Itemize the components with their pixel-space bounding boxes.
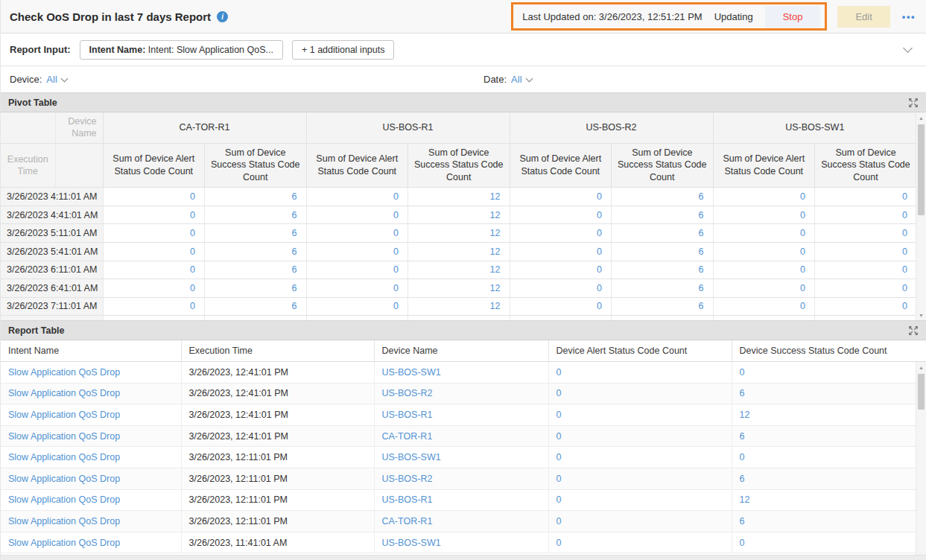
alert-count-link[interactable]: 0	[548, 511, 732, 532]
alert-count-link[interactable]: 0	[548, 362, 732, 384]
device-name-link[interactable]: US-BOS-SW1	[374, 532, 548, 553]
success-count-link[interactable]: 0	[732, 447, 926, 468]
success-count-link[interactable]: 0	[732, 362, 926, 384]
pivot-scroll-track[interactable]	[916, 123, 926, 310]
pivot-value-link[interactable]: 0	[815, 188, 917, 206]
alert-count-link[interactable]: 0	[548, 532, 732, 553]
pivot-value-link[interactable]: 0	[103, 316, 205, 320]
pivot-value-link[interactable]: 0	[103, 206, 205, 224]
alert-count-link[interactable]: 0	[548, 489, 732, 511]
pivot-value-link[interactable]: 12	[408, 316, 510, 320]
alert-count-link[interactable]: 0	[548, 383, 732, 404]
pivot-value-link[interactable]: 6	[612, 206, 714, 224]
pivot-value-link[interactable]: 0	[713, 242, 815, 261]
success-count-link[interactable]: 6	[732, 425, 926, 447]
device-name-link[interactable]: CA-TOR-R1	[374, 511, 548, 532]
device-name-link[interactable]: US-BOS-R2	[374, 468, 548, 489]
pivot-value-link[interactable]: 0	[713, 279, 815, 298]
success-count-link[interactable]: 6	[732, 383, 926, 404]
pivot-value-link[interactable]: 0	[306, 279, 408, 298]
report-scrollbar[interactable]: ▲	[916, 362, 926, 555]
pivot-value-link[interactable]: 0	[815, 224, 917, 243]
date-filter-value[interactable]: All	[511, 74, 521, 85]
pivot-value-link[interactable]: 12	[408, 261, 510, 279]
additional-inputs-chip[interactable]: + 1 additional inputs	[292, 40, 395, 60]
device-name-link[interactable]: US-BOS-SW1	[374, 362, 548, 384]
pivot-value-link[interactable]: 0	[510, 242, 612, 261]
pivot-value-link[interactable]: 0	[713, 297, 815, 316]
pivot-value-link[interactable]: 0	[510, 261, 612, 279]
pivot-value-link[interactable]: 12	[408, 242, 510, 261]
pivot-value-link[interactable]: 6	[205, 188, 307, 206]
pivot-value-link[interactable]: 0	[306, 224, 408, 243]
intent-name-chip[interactable]: Intent Name: Intent: Slow Application Qo…	[80, 40, 283, 60]
pivot-value-link[interactable]: 0	[510, 279, 612, 298]
pivot-value-link[interactable]: 0	[103, 279, 205, 298]
device-name-link[interactable]: US-BOS-R2	[374, 383, 548, 404]
intent-name-link[interactable]: Slow Application QoS Drop	[1, 425, 181, 447]
pivot-value-link[interactable]: 0	[306, 316, 408, 320]
pivot-value-link[interactable]: 6	[205, 206, 307, 224]
more-options-icon[interactable]: •••	[901, 8, 917, 25]
pivot-value-link[interactable]: 0	[815, 297, 917, 316]
collapse-panel-chevron-icon[interactable]	[903, 43, 913, 53]
pivot-value-link[interactable]: 0	[815, 261, 917, 279]
pivot-value-link[interactable]: 6	[612, 224, 714, 243]
pivot-value-link[interactable]: 6	[612, 297, 714, 316]
pivot-value-link[interactable]: 0	[306, 188, 408, 206]
pivot-value-link[interactable]: 6	[205, 242, 307, 261]
expand-pivot-icon[interactable]	[908, 98, 919, 108]
pivot-value-link[interactable]: 0	[103, 261, 205, 279]
intent-name-link[interactable]: Slow Application QoS Drop	[1, 362, 181, 384]
pivot-value-link[interactable]: 6	[205, 279, 307, 298]
alert-count-link[interactable]: 0	[548, 447, 732, 468]
pivot-value-link[interactable]: 12	[408, 279, 510, 298]
pivot-value-link[interactable]: 0	[510, 224, 612, 243]
success-count-link[interactable]: 12	[732, 489, 926, 511]
expand-report-icon[interactable]	[908, 325, 919, 336]
device-filter-value[interactable]: All	[46, 74, 57, 85]
pivot-value-link[interactable]: 6	[612, 279, 714, 298]
pivot-value-link[interactable]: 6	[205, 297, 307, 316]
pivot-value-link[interactable]: 0	[306, 206, 408, 224]
stop-button[interactable]: Stop	[765, 6, 821, 28]
pivot-value-link[interactable]: 0	[510, 206, 612, 224]
edit-button[interactable]: Edit	[837, 6, 889, 28]
scroll-up-icon[interactable]: ▲	[916, 362, 926, 372]
intent-name-link[interactable]: Slow Application QoS Drop	[1, 383, 181, 404]
intent-name-link[interactable]: Slow Application QoS Drop	[1, 404, 181, 426]
pivot-value-link[interactable]: 12	[408, 188, 510, 206]
pivot-value-link[interactable]: 0	[510, 297, 612, 316]
pivot-value-link[interactable]: 0	[103, 188, 205, 206]
pivot-value-link[interactable]: 0	[713, 316, 815, 320]
pivot-value-link[interactable]: 0	[815, 316, 917, 320]
info-icon[interactable]: i	[217, 11, 228, 22]
device-name-link[interactable]: CA-TOR-R1	[374, 425, 548, 447]
intent-name-link[interactable]: Slow Application QoS Drop	[1, 511, 181, 532]
intent-name-link[interactable]: Slow Application QoS Drop	[1, 532, 181, 553]
alert-count-link[interactable]: 0	[548, 404, 732, 426]
date-filter[interactable]: Date: All	[483, 74, 532, 85]
pivot-value-link[interactable]: 6	[612, 242, 714, 261]
success-count-link[interactable]: 12	[732, 404, 926, 426]
pivot-value-link[interactable]: 0	[713, 224, 815, 243]
pivot-value-link[interactable]: 6	[205, 316, 307, 320]
pivot-value-link[interactable]: 12	[408, 297, 510, 316]
pivot-value-link[interactable]: 0	[815, 279, 917, 298]
pivot-value-link[interactable]: 0	[306, 261, 408, 279]
scroll-up-icon[interactable]: ▲	[916, 112, 926, 123]
intent-name-link[interactable]: Slow Application QoS Drop	[1, 468, 181, 489]
pivot-value-link[interactable]: 0	[713, 261, 815, 279]
pivot-value-link[interactable]: 0	[815, 206, 917, 224]
intent-name-link[interactable]: Slow Application QoS Drop	[1, 447, 181, 468]
pivot-value-link[interactable]: 0	[103, 242, 205, 261]
device-name-link[interactable]: US-BOS-SW1	[374, 447, 548, 468]
pivot-value-link[interactable]: 6	[205, 261, 307, 279]
pivot-value-link[interactable]: 6	[612, 316, 714, 320]
alert-count-link[interactable]: 0	[548, 425, 732, 447]
pivot-value-link[interactable]: 0	[103, 297, 205, 316]
pivot-value-link[interactable]: 0	[815, 242, 917, 261]
alert-count-link[interactable]: 0	[548, 468, 732, 489]
intent-name-link[interactable]: Slow Application QoS Drop	[1, 489, 181, 511]
pivot-value-link[interactable]: 6	[205, 224, 307, 243]
